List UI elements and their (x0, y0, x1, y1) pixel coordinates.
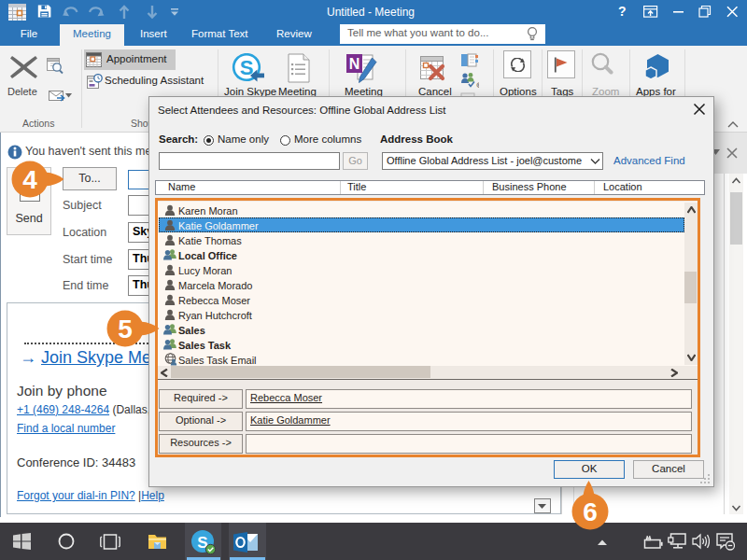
svg-text:4: 4 (22, 165, 37, 194)
svg-text:5: 5 (118, 315, 133, 343)
svg-text:@: @ (476, 80, 479, 89)
svg-text:6: 6 (583, 497, 598, 526)
svg-text:N: N (349, 56, 360, 72)
